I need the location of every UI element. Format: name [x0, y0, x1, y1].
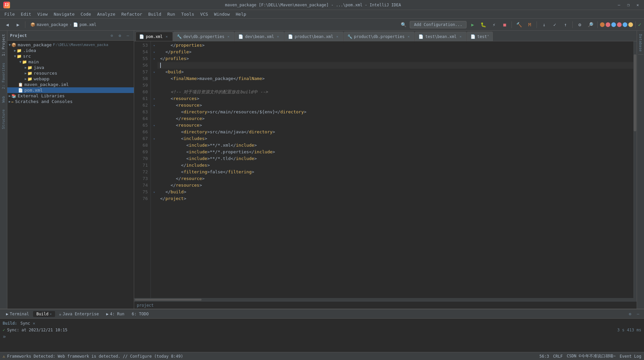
line-separator[interactable]: CRLF — [553, 354, 563, 359]
gutter-54[interactable]: ▾ — [151, 49, 157, 55]
expand-icon[interactable]: » — [3, 333, 6, 340]
db-icon-6[interactable] — [628, 22, 633, 27]
forward-button[interactable]: ▶ — [13, 20, 23, 29]
editor-content[interactable]: 53 54 55 56 57 58 59 60 61 62 63 64 65 6… — [134, 41, 637, 298]
tree-webapp[interactable]: ▶ 📁 webapp — [7, 76, 134, 82]
menu-view[interactable]: View — [35, 11, 50, 17]
cursor-position[interactable]: 56:3 — [540, 354, 549, 359]
tab-productdb-close[interactable]: ✕ — [406, 34, 411, 39]
db-icon-4[interactable] — [617, 22, 622, 27]
search-everywhere-button[interactable]: 🔍 — [399, 20, 408, 29]
project-tab[interactable]: 1: Project — [1, 31, 6, 59]
profile-button[interactable]: ⚡ — [489, 20, 499, 29]
vcs-update-button[interactable]: ↓ — [539, 20, 549, 29]
gutter-53[interactable]: ▾ — [151, 42, 157, 49]
tab-productbean-close[interactable]: ✕ — [335, 34, 340, 39]
event-log-label[interactable]: Event Log — [620, 354, 641, 359]
menu-run[interactable]: Run — [165, 11, 178, 17]
charset-label[interactable]: CSDN ©今年不准说口胡喵~ — [567, 353, 616, 359]
tab-test-last[interactable]: 📄 test' — [467, 32, 493, 41]
tree-pom[interactable]: 📄 pom.xml — [7, 87, 134, 93]
sync-tab-label[interactable]: Sync — [20, 320, 30, 327]
tab-dev-bean[interactable]: 📄 dev\bean.xml ✕ — [235, 32, 284, 41]
menu-file[interactable]: File — [2, 11, 17, 17]
panel-collapse-button[interactable]: – — [124, 32, 131, 39]
tab-pom-xml[interactable]: 📄 pom.xml ✕ — [135, 32, 173, 41]
h-scrollbar-thumb[interactable] — [135, 299, 202, 301]
settings-button[interactable]: ⚙ — [575, 20, 584, 29]
bottom-tab-terminal[interactable]: ▶ Terminal — [3, 311, 32, 317]
bottom-tab-build[interactable]: Build ✕ — [33, 311, 55, 317]
menu-edit[interactable]: Edit — [18, 11, 34, 17]
db-icon-2[interactable] — [606, 22, 610, 27]
database-panel-button[interactable]: Database — [638, 32, 643, 54]
menu-build[interactable]: Build — [145, 11, 164, 17]
db-icon-5[interactable] — [623, 22, 627, 27]
code-editor[interactable]: </properties> </profile> </profiles> <bu… — [157, 41, 633, 298]
tab-testbean-close[interactable]: ✕ — [458, 34, 463, 39]
bottom-tab-todo[interactable]: 6: TODO — [128, 311, 152, 317]
tree-src[interactable]: ▼ 📁 src — [7, 53, 134, 59]
tree-resources[interactable]: ▶ 📁 resources — [7, 70, 134, 76]
debug-button[interactable]: 🐛 — [478, 20, 488, 29]
menu-navigate[interactable]: Navigate — [51, 11, 77, 17]
tree-iml[interactable]: 📋 maven_package.iml — [7, 82, 134, 87]
menu-analyze[interactable]: Analyze — [94, 11, 118, 17]
gutter-62[interactable]: ▾ — [151, 102, 157, 109]
structure-tab[interactable]: Structure — [1, 106, 6, 133]
add-configuration-button[interactable]: Add Configuration... — [410, 21, 467, 28]
menu-help[interactable]: Help — [233, 11, 249, 17]
tree-main[interactable]: ▼ 📁 main — [7, 59, 134, 65]
scrollbar-thumb[interactable] — [634, 54, 636, 131]
tree-scratches[interactable]: ▶ ✏️ Scratches and Consoles — [7, 99, 134, 104]
menu-tools[interactable]: Tools — [179, 11, 197, 17]
tree-idea[interactable]: ▶ 📁 .idea — [7, 48, 134, 53]
vertical-scrollbar[interactable] — [633, 41, 637, 298]
framework-warning[interactable]: ⚠ — [3, 354, 5, 359]
tab-pom-close[interactable]: ✕ — [165, 34, 169, 39]
tree-root[interactable]: ▼ 📦 maven_package F:\DELL\Maven\maven_pa… — [7, 42, 134, 48]
stop-button[interactable]: ■ — [500, 20, 509, 29]
favorites-tab[interactable]: 2: Favorites — [1, 59, 6, 92]
gutter-67[interactable]: ▾ — [151, 135, 157, 142]
bottom-tab-run[interactable]: ▶ 4: Run — [103, 311, 128, 317]
gutter-55[interactable]: ▾ — [151, 55, 157, 62]
db-icon-1[interactable] — [600, 22, 605, 27]
tab-product-bean[interactable]: 📄 product\bean.xml ✕ — [284, 32, 343, 41]
web-tab[interactable]: Web — [1, 93, 6, 106]
tab-test-bean[interactable]: 📄 test\bean.xml ✕ — [415, 32, 466, 41]
build-tab-close[interactable]: ✕ — [50, 312, 51, 316]
panel-settings-button[interactable]: ⚙ — [116, 32, 123, 39]
menu-vcs[interactable]: VCS — [198, 11, 211, 17]
sync-tab-close[interactable]: ✕ — [33, 320, 35, 327]
menu-window[interactable]: Window — [212, 11, 233, 17]
back-button[interactable]: ◀ — [3, 20, 12, 29]
bottom-close-button[interactable]: – — [635, 311, 641, 317]
vcs-push-button[interactable]: ↑ — [561, 20, 570, 29]
horizontal-scrollbar[interactable] — [134, 298, 637, 301]
bottom-tab-java-enterprise[interactable]: ☕ Java Enterprise — [56, 311, 102, 317]
find-button[interactable]: 🔎 — [586, 20, 595, 29]
panel-target-button[interactable]: ⊙ — [108, 32, 115, 39]
tree-java[interactable]: ▶ 📁 java — [7, 65, 134, 70]
tab-devdb-close[interactable]: ✕ — [226, 34, 231, 39]
tab-dev-db[interactable]: 🔧 dev\db.properties ✕ — [173, 32, 235, 41]
gutter-57[interactable]: ▾ — [151, 69, 157, 75]
run-button[interactable]: ▶ — [468, 20, 477, 29]
minimize-button[interactable]: — — [616, 2, 622, 8]
gutter-75[interactable]: ▾ — [151, 189, 157, 195]
db-icon-3[interactable] — [611, 22, 616, 27]
gutter-61[interactable]: ▾ — [151, 95, 157, 102]
tree-external-libs[interactable]: ▶ 📚 External Libraries — [7, 93, 134, 99]
vcs-commit-button[interactable]: ✓ — [550, 20, 559, 29]
bottom-settings-button[interactable]: ⚙ — [627, 311, 633, 317]
close-button[interactable]: ✕ — [635, 2, 641, 8]
breadcrumb-project[interactable]: 📦 — [30, 22, 35, 27]
gutter-65[interactable]: ▾ — [151, 122, 157, 129]
build-button[interactable]: 🔨 — [514, 20, 524, 29]
menu-refactor[interactable]: Refactor — [119, 11, 145, 17]
menu-code[interactable]: Code — [78, 11, 94, 17]
tab-product-db[interactable]: 🔧 product\db.properties ✕ — [344, 32, 415, 41]
tab-devbean-close[interactable]: ✕ — [276, 34, 280, 39]
maven-button[interactable]: M — [525, 20, 534, 29]
